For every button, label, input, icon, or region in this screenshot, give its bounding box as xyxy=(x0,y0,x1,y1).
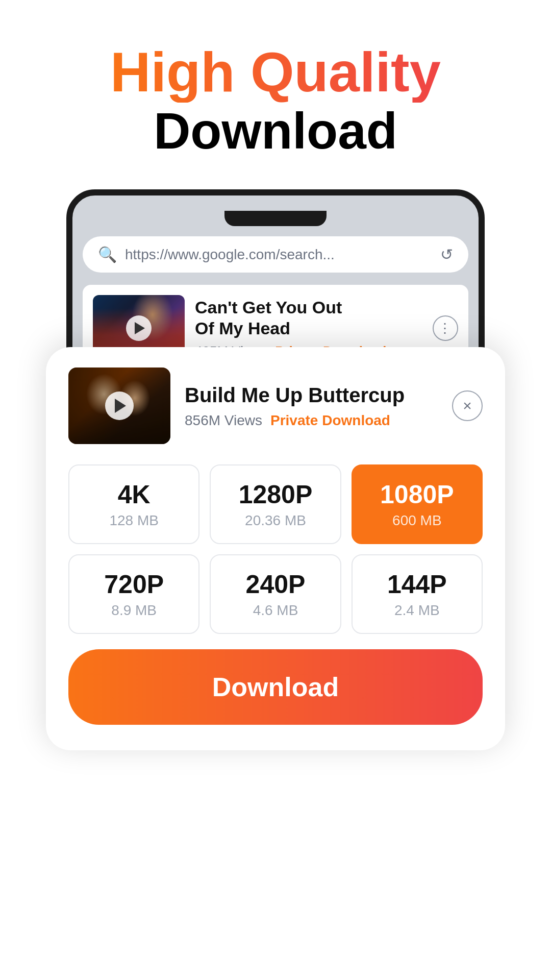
quality-label: 1280P xyxy=(221,480,330,509)
download-panel: Build Me Up Buttercup 856M Views Private… xyxy=(46,347,505,750)
download-button[interactable]: Download xyxy=(68,649,483,725)
quality-size: 8.9 MB xyxy=(80,602,188,619)
quality-option-720p[interactable]: 720P8.9 MB xyxy=(68,554,199,634)
panel-views: 856M Views xyxy=(185,412,262,429)
close-icon: × xyxy=(463,398,472,413)
title-download: Download xyxy=(110,103,441,159)
panel-private-download[interactable]: Private Download xyxy=(270,412,390,429)
quality-size: 128 MB xyxy=(80,512,188,529)
browser-video-title: Can't Get You Out Of My Head xyxy=(195,297,422,339)
phone-notch xyxy=(224,211,327,226)
panel-thumbnail xyxy=(68,368,170,444)
quality-option-144p[interactable]: 144P2.4 MB xyxy=(352,554,483,634)
more-options-icon[interactable]: ⋮ xyxy=(433,315,458,341)
quality-size: 600 MB xyxy=(363,512,471,529)
quality-label: 720P xyxy=(80,570,188,599)
reload-icon[interactable]: ↺ xyxy=(440,246,453,263)
play-triangle-panel xyxy=(115,399,126,413)
quality-size: 2.4 MB xyxy=(363,602,471,619)
play-button-panel[interactable] xyxy=(105,391,134,420)
browser-url[interactable]: https://www.google.com/search... xyxy=(125,247,432,263)
quality-label: 240P xyxy=(221,570,330,599)
panel-header: Build Me Up Buttercup 856M Views Private… xyxy=(68,368,483,444)
quality-label: 144P xyxy=(363,570,471,599)
quality-option-1080p[interactable]: 1080P600 MB xyxy=(352,464,483,544)
quality-option-240p[interactable]: 240P4.6 MB xyxy=(210,554,341,634)
play-triangle-small xyxy=(135,322,145,334)
quality-option-1280p[interactable]: 1280P20.36 MB xyxy=(210,464,341,544)
quality-size: 4.6 MB xyxy=(221,602,330,619)
panel-title: Build Me Up Buttercup xyxy=(185,383,438,407)
quality-label: 1080P xyxy=(363,480,471,509)
panel-info: Build Me Up Buttercup 856M Views Private… xyxy=(185,383,438,429)
download-button-label: Download xyxy=(212,672,339,702)
play-button-small[interactable] xyxy=(126,315,152,341)
quality-option-4k[interactable]: 4K128 MB xyxy=(68,464,199,544)
quality-grid: 4K128 MB1280P20.36 MB1080P600 MB720P8.9 … xyxy=(68,464,483,634)
page-wrapper: High Quality Download 🔍 https://www.goog… xyxy=(0,0,551,980)
browser-bar: 🔍 https://www.google.com/search... ↺ xyxy=(83,236,468,273)
quality-size: 20.36 MB xyxy=(221,512,330,529)
header-section: High Quality Download xyxy=(110,41,441,159)
panel-meta: 856M Views Private Download xyxy=(185,412,438,429)
search-icon: 🔍 xyxy=(98,246,117,263)
title-high-quality: High Quality xyxy=(110,41,441,103)
close-button[interactable]: × xyxy=(452,390,483,421)
quality-label: 4K xyxy=(80,480,188,509)
panel-thumb-overlay xyxy=(68,368,170,444)
